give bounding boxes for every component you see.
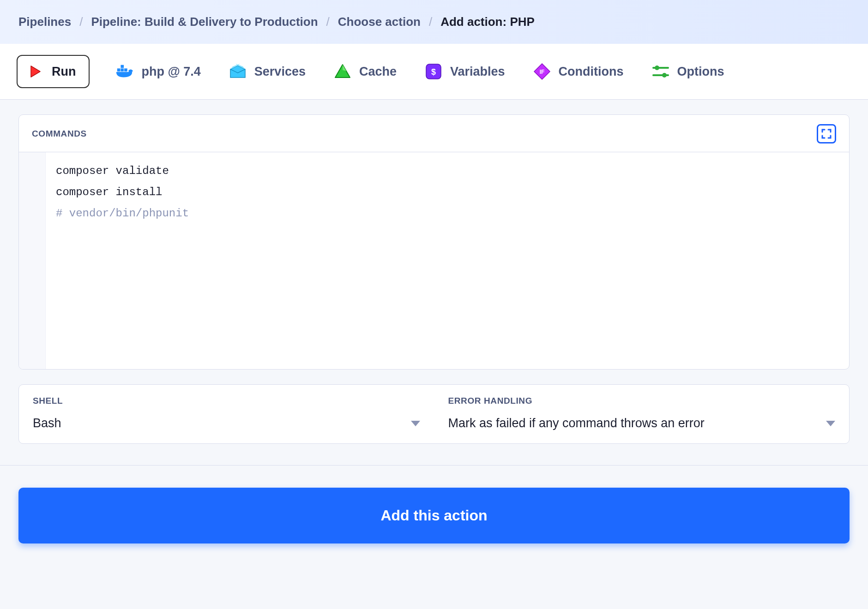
tab-cache[interactable]: Cache — [332, 60, 398, 83]
triangle-icon — [333, 62, 352, 81]
tab-conditions[interactable]: IF Conditions — [531, 60, 626, 83]
breadcrumb-separator: / — [429, 15, 432, 29]
tab-label: Services — [254, 65, 306, 79]
breadcrumb: Pipelines / Pipeline: Build & Delivery t… — [0, 0, 868, 44]
tab-options[interactable]: Options — [650, 60, 726, 83]
tab-run[interactable]: Run — [17, 55, 90, 88]
shell-label: SHELL — [33, 396, 420, 406]
svg-point-10 — [662, 73, 667, 78]
shell-value: Bash — [33, 416, 61, 430]
breadcrumb-choose-action[interactable]: Choose action — [338, 15, 421, 29]
diamond-if-icon: IF — [533, 62, 551, 81]
play-icon — [26, 62, 44, 81]
editor-content: composer validate composer install # ven… — [46, 152, 199, 369]
tab-label: Options — [677, 65, 724, 79]
svg-rect-3 — [121, 65, 124, 68]
svg-text:$: $ — [431, 67, 436, 77]
commands-label: COMMANDS — [32, 129, 87, 139]
breadcrumb-current: Add action: PHP — [440, 15, 535, 29]
commands-editor[interactable]: composer validate composer install # ven… — [19, 152, 849, 369]
svg-point-8 — [655, 66, 659, 70]
error-handling-label: ERROR HANDLING — [448, 396, 836, 406]
expand-button[interactable] — [817, 124, 836, 143]
breadcrumb-pipeline[interactable]: Pipeline: Build & Delivery to Production — [91, 15, 318, 29]
breadcrumb-pipelines[interactable]: Pipelines — [18, 15, 71, 29]
error-handling-select[interactable]: Mark as failed if any command throws an … — [448, 416, 836, 430]
docker-icon — [115, 62, 134, 81]
breadcrumb-separator: / — [79, 15, 83, 29]
tab-services[interactable]: Services — [227, 60, 307, 83]
add-action-button[interactable]: Add this action — [18, 488, 850, 543]
tab-label: Variables — [450, 65, 505, 79]
chevron-down-icon — [411, 421, 420, 426]
shell-error-panel: SHELL Bash ERROR HANDLING Mark as failed… — [18, 384, 850, 444]
svg-rect-1 — [121, 68, 124, 72]
svg-rect-2 — [125, 68, 128, 72]
tab-label: php @ 7.4 — [141, 65, 200, 79]
footer: Add this action — [0, 465, 868, 566]
tab-label: Run — [52, 65, 76, 79]
tabs-row: Run php @ 7.4 Services — [0, 44, 868, 100]
tab-label: Conditions — [559, 65, 624, 79]
tab-label: Cache — [359, 65, 397, 79]
svg-text:IF: IF — [539, 69, 544, 75]
tab-php[interactable]: php @ 7.4 — [114, 60, 202, 83]
box-icon — [229, 62, 247, 81]
svg-rect-0 — [117, 68, 121, 72]
error-handling-value: Mark as failed if any command throws an … — [448, 416, 705, 430]
dollar-square-icon: $ — [424, 62, 443, 81]
shell-select[interactable]: Bash — [33, 416, 420, 430]
breadcrumb-separator: / — [326, 15, 330, 29]
expand-icon — [821, 129, 832, 139]
chevron-down-icon — [826, 421, 835, 426]
commands-panel: COMMANDS composer validate composer inst… — [18, 114, 850, 370]
sliders-icon — [651, 62, 670, 81]
tab-variables[interactable]: $ Variables — [422, 60, 507, 83]
editor-gutter — [19, 152, 46, 369]
